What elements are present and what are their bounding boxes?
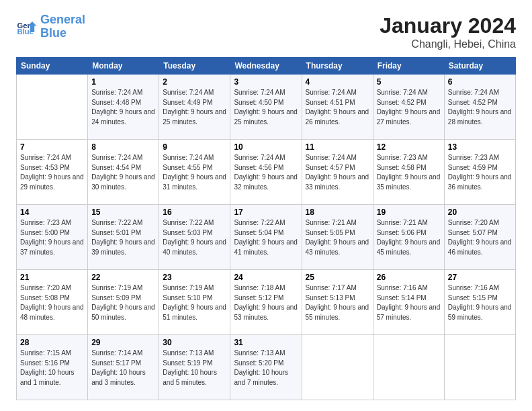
calendar-cell: 4 Sunrise: 7:24 AM Sunset: 4:51 PM Dayli… bbox=[302, 75, 373, 140]
calendar-cell: 11 Sunrise: 7:24 AM Sunset: 4:57 PM Dayl… bbox=[302, 140, 373, 205]
day-number: 5 bbox=[377, 77, 441, 87]
calendar-week-4: 21 Sunrise: 7:20 AM Sunset: 5:08 PM Dayl… bbox=[17, 270, 516, 335]
day-number: 6 bbox=[448, 77, 512, 87]
month-title: January 2024 bbox=[380, 13, 516, 38]
day-number: 20 bbox=[448, 208, 512, 217]
day-number: 25 bbox=[306, 273, 369, 282]
calendar-cell: 19 Sunrise: 7:21 AM Sunset: 5:06 PM Dayl… bbox=[373, 205, 444, 270]
calendar-cell: 27 Sunrise: 7:16 AM Sunset: 5:15 PM Dayl… bbox=[444, 270, 515, 335]
day-info: Sunrise: 7:21 AM Sunset: 5:05 PM Dayligh… bbox=[306, 218, 369, 257]
day-number: 9 bbox=[163, 142, 226, 152]
day-number: 28 bbox=[20, 338, 84, 347]
calendar-cell bbox=[17, 75, 88, 140]
day-info: Sunrise: 7:14 AM Sunset: 5:17 PM Dayligh… bbox=[91, 349, 155, 387]
calendar-cell: 26 Sunrise: 7:16 AM Sunset: 5:14 PM Dayl… bbox=[373, 270, 444, 335]
weekday-header-saturday: Saturday bbox=[444, 58, 515, 75]
calendar-cell: 20 Sunrise: 7:20 AM Sunset: 5:07 PM Dayl… bbox=[444, 205, 515, 270]
calendar-week-2: 7 Sunrise: 7:24 AM Sunset: 4:53 PM Dayli… bbox=[17, 140, 516, 205]
weekday-header-monday: Monday bbox=[88, 58, 159, 75]
day-info: Sunrise: 7:19 AM Sunset: 5:09 PM Dayligh… bbox=[91, 283, 155, 322]
day-info: Sunrise: 7:24 AM Sunset: 4:48 PM Dayligh… bbox=[91, 88, 155, 127]
calendar-cell: 16 Sunrise: 7:22 AM Sunset: 5:03 PM Dayl… bbox=[159, 205, 230, 270]
day-number: 17 bbox=[234, 208, 298, 217]
calendar-cell: 2 Sunrise: 7:24 AM Sunset: 4:49 PM Dayli… bbox=[159, 75, 230, 140]
day-info: Sunrise: 7:23 AM Sunset: 4:58 PM Dayligh… bbox=[377, 153, 441, 192]
day-number: 19 bbox=[377, 208, 441, 217]
day-number: 22 bbox=[91, 273, 155, 282]
weekday-header-wednesday: Wednesday bbox=[230, 58, 302, 75]
day-number: 26 bbox=[377, 273, 441, 282]
calendar-cell: 13 Sunrise: 7:23 AM Sunset: 4:59 PM Dayl… bbox=[444, 140, 515, 205]
day-info: Sunrise: 7:24 AM Sunset: 4:56 PM Dayligh… bbox=[234, 153, 298, 192]
calendar-cell bbox=[373, 335, 444, 400]
day-number: 2 bbox=[163, 77, 226, 87]
day-number: 12 bbox=[377, 142, 441, 152]
day-number: 27 bbox=[448, 273, 512, 282]
calendar-week-5: 28 Sunrise: 7:15 AM Sunset: 5:16 PM Dayl… bbox=[17, 335, 516, 400]
weekday-header-sunday: Sunday bbox=[17, 58, 88, 75]
day-info: Sunrise: 7:23 AM Sunset: 4:59 PM Dayligh… bbox=[448, 153, 512, 192]
logo: Gen Blue General Blue bbox=[16, 13, 85, 40]
calendar-week-1: 1 Sunrise: 7:24 AM Sunset: 4:48 PM Dayli… bbox=[17, 75, 516, 140]
day-info: Sunrise: 7:17 AM Sunset: 5:13 PM Dayligh… bbox=[306, 283, 369, 322]
weekday-header-thursday: Thursday bbox=[302, 58, 373, 75]
calendar-cell: 17 Sunrise: 7:22 AM Sunset: 5:04 PM Dayl… bbox=[230, 205, 302, 270]
day-info: Sunrise: 7:24 AM Sunset: 4:52 PM Dayligh… bbox=[377, 88, 441, 127]
day-info: Sunrise: 7:16 AM Sunset: 5:14 PM Dayligh… bbox=[377, 283, 441, 322]
day-info: Sunrise: 7:20 AM Sunset: 5:07 PM Dayligh… bbox=[448, 218, 512, 257]
day-info: Sunrise: 7:24 AM Sunset: 4:52 PM Dayligh… bbox=[448, 88, 512, 127]
calendar-cell: 5 Sunrise: 7:24 AM Sunset: 4:52 PM Dayli… bbox=[373, 75, 444, 140]
calendar-cell: 23 Sunrise: 7:19 AM Sunset: 5:10 PM Dayl… bbox=[159, 270, 230, 335]
day-number: 8 bbox=[91, 142, 155, 152]
calendar-table: SundayMondayTuesdayWednesdayThursdayFrid… bbox=[16, 57, 516, 400]
calendar-cell: 31 Sunrise: 7:13 AM Sunset: 5:20 PM Dayl… bbox=[230, 335, 302, 400]
day-number: 15 bbox=[91, 208, 155, 217]
day-info: Sunrise: 7:16 AM Sunset: 5:15 PM Dayligh… bbox=[448, 283, 512, 322]
day-info: Sunrise: 7:22 AM Sunset: 5:04 PM Dayligh… bbox=[234, 218, 298, 257]
day-info: Sunrise: 7:18 AM Sunset: 5:12 PM Dayligh… bbox=[234, 283, 298, 322]
calendar-cell: 15 Sunrise: 7:22 AM Sunset: 5:01 PM Dayl… bbox=[88, 205, 159, 270]
calendar-cell: 29 Sunrise: 7:14 AM Sunset: 5:17 PM Dayl… bbox=[88, 335, 159, 400]
day-number: 16 bbox=[163, 208, 226, 217]
weekday-header-row: SundayMondayTuesdayWednesdayThursdayFrid… bbox=[17, 58, 516, 75]
day-info: Sunrise: 7:21 AM Sunset: 5:06 PM Dayligh… bbox=[377, 218, 441, 257]
location: Changli, Hebei, China bbox=[380, 38, 516, 50]
day-number: 18 bbox=[306, 208, 369, 217]
logo-text: General Blue bbox=[40, 13, 85, 40]
weekday-header-tuesday: Tuesday bbox=[159, 58, 230, 75]
day-number: 10 bbox=[234, 142, 298, 152]
calendar-cell: 25 Sunrise: 7:17 AM Sunset: 5:13 PM Dayl… bbox=[302, 270, 373, 335]
day-number: 13 bbox=[448, 142, 512, 152]
day-number: 23 bbox=[163, 273, 226, 282]
title-block: January 2024 Changli, Hebei, China bbox=[380, 13, 516, 50]
calendar-week-3: 14 Sunrise: 7:23 AM Sunset: 5:00 PM Dayl… bbox=[17, 205, 516, 270]
day-number: 1 bbox=[91, 77, 155, 87]
day-number: 7 bbox=[20, 142, 84, 152]
calendar-cell: 22 Sunrise: 7:19 AM Sunset: 5:09 PM Dayl… bbox=[88, 270, 159, 335]
day-number: 24 bbox=[234, 273, 298, 282]
calendar-cell: 28 Sunrise: 7:15 AM Sunset: 5:16 PM Dayl… bbox=[17, 335, 88, 400]
day-number: 31 bbox=[234, 338, 298, 347]
day-number: 30 bbox=[163, 338, 226, 347]
calendar-cell: 6 Sunrise: 7:24 AM Sunset: 4:52 PM Dayli… bbox=[444, 75, 515, 140]
day-number: 4 bbox=[306, 77, 369, 87]
page-header: Gen Blue General Blue January 2024 Chang… bbox=[16, 13, 516, 50]
day-info: Sunrise: 7:24 AM Sunset: 4:49 PM Dayligh… bbox=[163, 88, 226, 127]
calendar-cell: 10 Sunrise: 7:24 AM Sunset: 4:56 PM Dayl… bbox=[230, 140, 302, 205]
day-number: 3 bbox=[234, 77, 298, 87]
calendar-cell: 30 Sunrise: 7:13 AM Sunset: 5:19 PM Dayl… bbox=[159, 335, 230, 400]
day-info: Sunrise: 7:20 AM Sunset: 5:08 PM Dayligh… bbox=[20, 283, 84, 322]
weekday-header-friday: Friday bbox=[373, 58, 444, 75]
calendar-cell: 18 Sunrise: 7:21 AM Sunset: 5:05 PM Dayl… bbox=[302, 205, 373, 270]
day-info: Sunrise: 7:19 AM Sunset: 5:10 PM Dayligh… bbox=[163, 283, 226, 322]
day-info: Sunrise: 7:22 AM Sunset: 5:03 PM Dayligh… bbox=[163, 218, 226, 257]
calendar-cell: 1 Sunrise: 7:24 AM Sunset: 4:48 PM Dayli… bbox=[88, 75, 159, 140]
day-info: Sunrise: 7:22 AM Sunset: 5:01 PM Dayligh… bbox=[91, 218, 155, 257]
calendar-cell: 8 Sunrise: 7:24 AM Sunset: 4:54 PM Dayli… bbox=[88, 140, 159, 205]
day-info: Sunrise: 7:24 AM Sunset: 4:54 PM Dayligh… bbox=[91, 153, 155, 192]
day-info: Sunrise: 7:15 AM Sunset: 5:16 PM Dayligh… bbox=[20, 349, 84, 387]
calendar-cell: 24 Sunrise: 7:18 AM Sunset: 5:12 PM Dayl… bbox=[230, 270, 302, 335]
day-info: Sunrise: 7:24 AM Sunset: 4:50 PM Dayligh… bbox=[234, 88, 298, 127]
day-number: 29 bbox=[91, 338, 155, 347]
calendar-cell: 14 Sunrise: 7:23 AM Sunset: 5:00 PM Dayl… bbox=[17, 205, 88, 270]
